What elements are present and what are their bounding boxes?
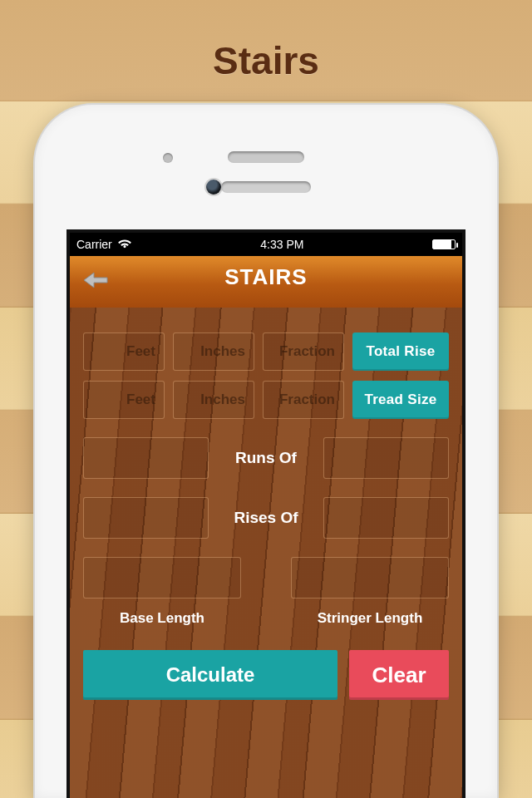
tread-size-label: Tread Size: [352, 381, 449, 419]
total-rise-row: Feet Inches Fraction Total Rise: [83, 332, 449, 371]
battery-icon: [432, 239, 456, 249]
status-bar: Carrier 4:33 PM: [70, 233, 462, 256]
wifi-icon: [117, 238, 132, 251]
tread-size-fraction-input[interactable]: Fraction: [263, 381, 344, 419]
phone-frame: Carrier 4:33 PM STAIRS: [35, 105, 497, 798]
rises-value-output: [323, 497, 449, 539]
length-labels-row: Base Length Stringer Length: [83, 610, 449, 627]
rises-of-row: Rises Of: [83, 497, 449, 539]
app-header: STAIRS: [70, 256, 462, 308]
rises-count-output: [83, 497, 209, 539]
tread-size-row: Feet Inches Fraction Tread Size: [83, 381, 449, 419]
base-length-label: Base Length: [83, 610, 241, 627]
stringer-length-output: [291, 557, 449, 598]
base-length-output: [83, 557, 241, 598]
total-rise-label: Total Rise: [352, 332, 449, 371]
phone-sensor-dot: [163, 153, 173, 163]
total-rise-feet-input[interactable]: Feet: [83, 332, 165, 371]
runs-of-row: Runs Of: [83, 437, 449, 479]
stringer-length-label: Stringer Length: [291, 610, 449, 627]
phone-speaker: [228, 151, 304, 163]
clear-button[interactable]: Clear: [349, 650, 449, 700]
carrier-label: Carrier: [76, 238, 112, 251]
promo-title: Stairs: [0, 0, 532, 83]
runs-of-label: Runs Of: [220, 449, 312, 467]
phone-screen: Carrier 4:33 PM STAIRS: [66, 229, 466, 798]
page-background: Stairs Carrier 4:33 PM: [0, 0, 532, 798]
rises-of-label: Rises Of: [220, 509, 312, 527]
length-outputs-row: [83, 557, 449, 598]
tread-size-inches-input[interactable]: Inches: [173, 381, 254, 419]
runs-count-output: [83, 437, 209, 479]
calculate-button[interactable]: Calculate: [83, 650, 337, 700]
action-row: Calculate Clear: [83, 650, 449, 700]
tread-size-feet-input[interactable]: Feet: [83, 381, 165, 419]
total-rise-fraction-input[interactable]: Fraction: [263, 332, 344, 371]
runs-value-output: [323, 437, 449, 479]
app-title: STAIRS: [70, 264, 462, 290]
total-rise-inches-input[interactable]: Inches: [173, 332, 254, 371]
clock-label: 4:33 PM: [260, 238, 303, 251]
phone-earpiece: [221, 181, 311, 193]
phone-camera: [206, 180, 221, 195]
content-area: Feet Inches Fraction Total Rise Feet Inc…: [70, 308, 462, 798]
